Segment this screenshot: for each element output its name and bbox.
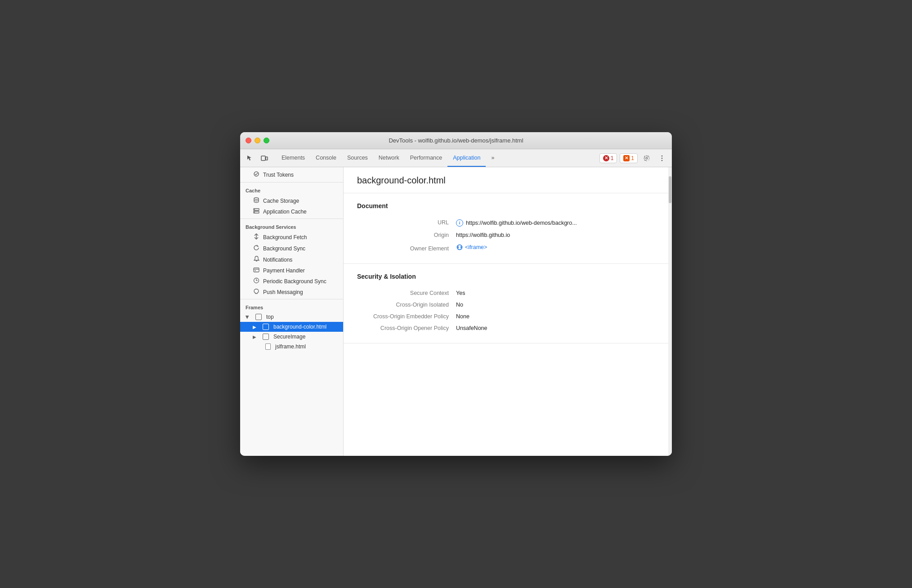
cross-origin-isolated-value: No: [456, 302, 463, 308]
tabs-right-actions: ✕ 1 ✕ 1: [599, 149, 668, 167]
svg-point-2: [662, 155, 663, 156]
cross-origin-embedder-value: None: [456, 313, 469, 320]
owner-element-text: <iframe>: [465, 244, 487, 250]
sidebar-item-trust-tokens[interactable]: Trust Tokens: [240, 169, 343, 180]
minimize-button[interactable]: [255, 138, 260, 143]
tab-more[interactable]: »: [486, 149, 500, 167]
cross-origin-isolated-label: Cross-Origin Isolated: [357, 302, 456, 308]
tab-sources[interactable]: Sources: [342, 149, 373, 167]
background-sync-icon: [253, 245, 260, 252]
secure-image-arrow: ▶: [253, 334, 256, 339]
more-options-icon[interactable]: [656, 152, 668, 165]
sidebar-item-application-cache[interactable]: Application Cache: [240, 206, 343, 217]
secure-image-icon: [263, 334, 269, 340]
svg-point-6: [254, 198, 259, 200]
sidebar-item-periodic-bg-sync[interactable]: Periodic Background Sync: [240, 276, 343, 287]
periodic-bg-sync-icon: [253, 277, 260, 285]
sidebar-item-notifications[interactable]: Notifications: [240, 254, 343, 265]
origin-row: Origin https://wolfib.github.io: [357, 229, 655, 241]
tab-performance[interactable]: Performance: [405, 149, 448, 167]
sidebar-item-secure-image[interactable]: ▶ SecureImage: [240, 332, 343, 342]
sidebar-item-background-fetch[interactable]: Background Fetch: [240, 232, 343, 243]
secure-context-value: Yes: [456, 290, 465, 296]
cross-origin-embedder-row: Cross-Origin Embedder Policy None: [357, 311, 655, 322]
notifications-label: Notifications: [263, 257, 292, 263]
cache-section-label: Cache: [240, 184, 343, 195]
scrollbar[interactable]: [668, 167, 672, 456]
background-fetch-icon: [253, 233, 260, 241]
devtools-body: Trust Tokens Cache Cache Storage: [240, 167, 672, 456]
origin-value: https://wolfib.github.io: [456, 232, 510, 238]
secure-context-text: Yes: [456, 290, 465, 296]
titlebar: DevTools - wolfib.github.io/web-demos/js…: [240, 132, 672, 149]
sidebar-item-push-messaging[interactable]: Push Messaging: [240, 287, 343, 297]
scrollbar-thumb[interactable]: [669, 176, 671, 203]
sidebar-item-jslframe[interactable]: jslframe.html: [240, 342, 343, 352]
svg-rect-1: [266, 157, 268, 160]
sidebar-item-payment-handler[interactable]: Payment Handler: [240, 265, 343, 276]
warn-icon: ✕: [623, 155, 630, 161]
background-fetch-label: Background Fetch: [263, 234, 307, 241]
jslframe-icon: [265, 343, 271, 350]
error-badge-button[interactable]: ✕ 1: [599, 153, 617, 163]
security-section-title: Security & Isolation: [357, 273, 655, 280]
trust-tokens-label: Trust Tokens: [263, 172, 294, 178]
divider-3: [240, 299, 343, 299]
tab-elements[interactable]: Elements: [276, 149, 310, 167]
secure-context-label: Secure Context: [357, 290, 456, 296]
traffic-lights: [246, 138, 269, 143]
owner-element-link[interactable]: <iframe>: [456, 244, 487, 251]
svg-rect-12: [254, 268, 259, 272]
origin-text: https://wolfib.github.io: [456, 232, 510, 238]
cross-origin-isolated-text: No: [456, 302, 463, 308]
document-section-title: Document: [357, 202, 655, 209]
url-row: URL i https://wolfib.github.io/web-demos…: [357, 217, 655, 229]
devtools-window: DevTools - wolfib.github.io/web-demos/js…: [240, 132, 672, 456]
sidebar-item-cache-storage[interactable]: Cache Storage: [240, 195, 343, 206]
trust-tokens-icon: [253, 171, 260, 178]
error-count: 1: [611, 155, 614, 161]
document-section: Document URL i https://wolfib.github.io/…: [344, 193, 668, 264]
settings-icon[interactable]: [640, 152, 653, 165]
window-title: DevTools - wolfib.github.io/web-demos/js…: [389, 137, 523, 144]
url-label: URL: [357, 219, 456, 226]
toolbar-icons: [244, 149, 273, 167]
cross-origin-isolated-row: Cross-Origin Isolated No: [357, 299, 655, 311]
periodic-bg-sync-label: Periodic Background Sync: [263, 278, 326, 285]
device-toolbar-icon[interactable]: [258, 152, 271, 165]
tab-network[interactable]: Network: [373, 149, 405, 167]
sidebar-item-background-color[interactable]: ▶ background-color.html: [240, 322, 343, 332]
url-secure-icon: i: [456, 219, 463, 227]
tab-application[interactable]: Application: [447, 149, 486, 167]
sidebar-item-top-frame[interactable]: ▶ top: [240, 312, 343, 322]
warn-badge-button[interactable]: ✕ 1: [620, 153, 638, 163]
payment-handler-label: Payment Handler: [263, 267, 305, 274]
bg-color-icon: [263, 324, 269, 330]
sidebar: Trust Tokens Cache Cache Storage: [240, 167, 344, 456]
notifications-icon: [253, 256, 260, 263]
cross-origin-opener-label: Cross-Origin Opener Policy: [357, 325, 456, 331]
security-section: Security & Isolation Secure Context Yes …: [344, 264, 668, 343]
tab-console[interactable]: Console: [310, 149, 342, 167]
maximize-button[interactable]: [264, 138, 269, 143]
cross-origin-opener-text: UnsafeNone: [456, 325, 487, 331]
divider-2: [240, 218, 343, 219]
sidebar-item-background-sync[interactable]: Background Sync: [240, 243, 343, 254]
secure-image-label: SecureImage: [273, 334, 305, 340]
cursor-icon[interactable]: [244, 152, 256, 165]
cache-storage-icon: [253, 197, 260, 205]
cross-origin-opener-row: Cross-Origin Opener Policy UnsafeNone: [357, 322, 655, 334]
bg-services-section-label: Background Services: [240, 221, 343, 232]
divider-1: [240, 182, 343, 183]
cross-origin-opener-value: UnsafeNone: [456, 325, 487, 331]
owner-element-value: <iframe>: [456, 244, 487, 251]
cross-origin-embedder-text: None: [456, 313, 469, 320]
iframe-code-icon: [456, 244, 463, 251]
payment-handler-icon: [253, 267, 260, 274]
svg-point-3: [662, 157, 663, 159]
secure-context-row: Secure Context Yes: [357, 287, 655, 299]
top-frame-icon: [255, 314, 262, 320]
jslframe-label: jslframe.html: [275, 343, 306, 350]
page-title: background-color.html: [344, 167, 668, 193]
close-button[interactable]: [246, 138, 251, 143]
